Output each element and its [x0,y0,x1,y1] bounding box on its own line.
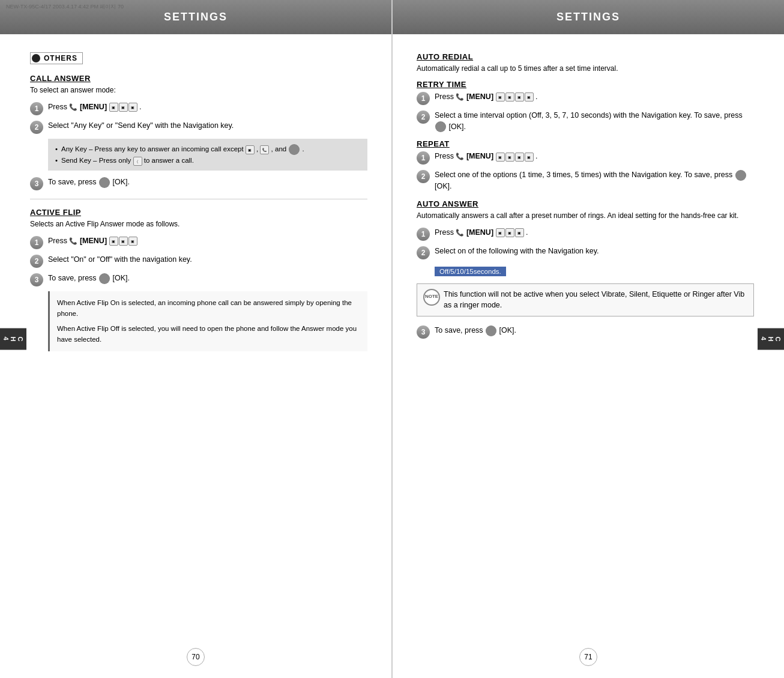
left-tab-4: 4 [2,336,10,341]
repeat-title: REPEAT [417,139,754,148]
aa-step-circle-3: 3 [417,325,430,339]
file-info: NEW-TX-95C-4/17 2003.4.17 4:42 PM 페이지 70 [6,3,124,11]
f-icon1: ▣ [109,237,118,246]
aa-step2: 2 Select on of the following with the Na… [417,246,754,259]
icon3: ▣ [128,103,137,112]
right-tab-ch: C [774,336,782,342]
aa-step3: 3 To save, press [OK]. [417,325,754,339]
auto-answer-title: AUTO ANSWER [417,199,754,208]
call-answer-step1: 1 Press 📞 [MENU] ▣ ▣ ▣ . [30,101,367,115]
flip-step1-text: Press 📞 [MENU] ▣ ▣ ▣ [48,235,137,247]
ok-icon-bullet [289,144,300,155]
menu-icons: ▣ ▣ ▣ [109,103,137,112]
left-tab-h: H [10,336,17,342]
ok-icon-repeat2 [735,170,746,181]
right-page-number: 71 [579,648,597,666]
repeat-step2: 2 Select one of the options (1 time, 3 t… [417,169,754,192]
flip-info-box: When Active Flip On is selected, an inco… [48,291,367,351]
retry-step-circle-1: 1 [417,92,430,105]
retry-step1-text: Press 📞 [MENU] ▣ ▣ ▣ ▣ . [435,91,538,103]
f-icon3: ▣ [128,237,137,246]
aa-step1: 1 Press 📞 [MENU] ▣ ▣ ▣ . [417,227,754,241]
phone-icon-repeat1: 📞 [456,153,464,160]
f-icon2: ▣ [119,237,128,246]
repeat-step2-text: Select one of the options (1 time, 3 tim… [435,169,754,192]
call-answer-step3: 3 To save, press [OK]. [30,177,367,190]
aa1-icon2: ▣ [505,228,514,237]
step2-text: Select "Any Key" or "Send Key" with the … [48,120,234,132]
divider1 [30,199,367,199]
r1-icon4: ▣ [525,92,534,101]
retry-time-title: RETRY TIME [417,80,754,89]
ok-icon-step3 [99,177,110,188]
step-circle-2: 2 [30,121,43,134]
step-circle-3: 3 [30,177,43,190]
aa-step3-text: To save, press [OK]. [435,325,516,336]
call-answer-desc: To select an answer mode: [30,85,367,95]
aa1-icon3: ▣ [515,228,524,237]
rp1-icon4: ▣ [525,153,534,162]
flip-step3: 3 To save, press [OK]. [30,273,367,286]
right-header: SETTINGS [393,0,784,34]
left-page: NEW-TX-95C-4/17 2003.4.17 4:42 PM 페이지 70… [0,0,391,678]
aa-step1-text: Press 📞 [MENU] ▣ ▣ ▣ . [435,227,528,238]
retry-step2-text: Select a time interval option (Off, 3, 5… [435,110,754,133]
r1-icon1: ▣ [496,92,505,101]
icon-exc1: ▣ [246,145,255,154]
left-tab-ch: C [17,336,24,342]
rp1-icon2: ▣ [505,153,514,162]
phone-icon: 📞 [69,103,77,110]
icon1: ▣ [109,103,118,112]
phone-icon-aa1: 📞 [456,229,464,236]
phone-icon-retry1: 📞 [456,93,464,100]
flip-step1: 1 Press 📞 [MENU] ▣ ▣ ▣ [30,235,367,249]
call-answer-step2: 2 Select "Any Key" or "Send Key" with th… [30,120,367,134]
flip-step2: 2 Select "On" or "Off" with the navigati… [30,254,367,268]
repeat-step-circle-1: 1 [417,151,430,165]
others-tag: OTHERS [30,52,83,64]
flip-step2-text: Select "On" or "Off" with the navigation… [48,254,192,265]
retry-step1: 1 Press 📞 [MENU] ▣ ▣ ▣ ▣ . [417,91,754,105]
note-text: This function will not be active when yo… [444,289,747,312]
flip-step-circle-2: 2 [30,255,43,268]
ok-icon-flip3 [99,273,110,284]
right-tab-h: H [767,336,774,342]
rp1-icon3: ▣ [515,153,524,162]
flip-step-circle-3: 3 [30,273,43,286]
note-box: NOTE This function will not be active wh… [417,283,754,317]
right-tab-4: 4 [760,336,767,341]
flip-menu-icons: ▣ ▣ ▣ [109,237,137,246]
auto-redial-desc: Automatically redial a call up to 5 time… [417,64,754,74]
active-flip-desc: Selects an Active Flip Answer mode as fo… [30,219,367,229]
note-icon: NOTE [423,289,440,306]
highlight-option: Off/5/10/15seconds. [435,267,506,276]
aa-step-circle-2: 2 [417,246,430,259]
aa-step-circle-1: 1 [417,228,430,241]
flip-step-circle-1: 1 [30,236,43,249]
retry-step2: 2 Select a time interval option (Off, 3,… [417,110,754,133]
right-side-tab: C H 4 [758,328,784,350]
aa-step2-text: Select on of the following with the Navi… [435,246,599,257]
section-dot [32,54,40,62]
call-answer-title: CALL ANSWER [30,74,367,83]
flip-info-line1: When Active Flip On is selected, an inco… [57,297,360,319]
bullet-anykey: Any Key – Press any key to answer an inc… [55,144,360,155]
left-side-tab: C H 4 [0,328,26,350]
r1-icon2: ▣ [505,92,514,101]
aa-menu-icons1: ▣ ▣ ▣ [496,228,524,237]
right-content: AUTO REDIAL Automatically redial a call … [393,46,784,356]
retry-step-circle-2: 2 [417,110,430,124]
icon-exc2: 📞 [260,145,269,154]
auto-answer-desc: Automatically answers a call after a pre… [417,211,754,221]
r1-icon3: ▣ [515,92,524,101]
step1-text: Press 📞 [MENU] ▣ ▣ ▣ . [48,101,142,113]
bullet-sendkey: Send Key – Press only 〈 to answer a call… [55,155,360,166]
retry-menu-icons1: ▣ ▣ ▣ ▣ [496,92,534,101]
phone-icon-flip1: 📞 [69,237,77,244]
repeat-step1: 1 Press 📞 [MENU] ▣ ▣ ▣ ▣ . [417,151,754,165]
ok-icon-aa3 [486,325,496,336]
icon-send: 〈 [133,157,142,166]
section-tag-label: OTHERS [44,54,77,62]
auto-redial-title: AUTO REDIAL [417,52,754,61]
flip-step3-text: To save, press [OK]. [48,273,130,284]
